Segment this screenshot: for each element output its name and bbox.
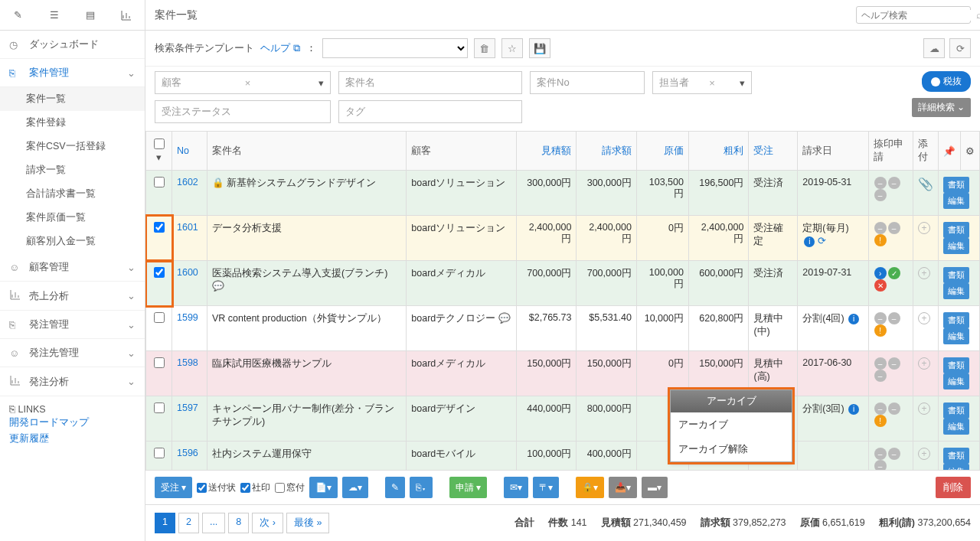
doc-button[interactable]: 書類 <box>943 177 969 193</box>
tax-toggle[interactable]: 税抜 <box>922 71 971 92</box>
row-attach[interactable]: 📎 <box>913 171 939 216</box>
row-checkbox[interactable] <box>146 442 172 471</box>
template-select[interactable] <box>322 38 468 58</box>
nav-cases[interactable]: ⎘ 案件管理 ⌄ <box>0 59 145 87</box>
col-estimate[interactable]: 見積額 <box>516 132 576 171</box>
row-name[interactable]: VR content production（外貨サンプル） <box>207 306 407 351</box>
doc-dropdown-button[interactable]: 📄▾ <box>309 477 338 498</box>
chart-icon[interactable] <box>109 0 145 30</box>
page-button[interactable]: 最後 » <box>286 513 329 533</box>
edit-button[interactable]: 編集 <box>943 193 969 209</box>
row-attach[interactable]: + <box>913 216 939 261</box>
row-checkbox[interactable] <box>146 261 172 306</box>
col-pin[interactable]: 📌 <box>939 132 961 171</box>
edit-button[interactable]: 編集 <box>943 328 969 344</box>
nav-vendor[interactable]: ☺発注先管理⌄ <box>0 339 145 367</box>
sub-item[interactable]: 案件一覧 <box>0 87 145 111</box>
edit-button[interactable]: 編集 <box>943 238 969 254</box>
row-no[interactable]: 1596 <box>172 442 207 471</box>
row-no[interactable]: 1597 <box>172 396 207 442</box>
col-gross[interactable]: 粗利 <box>688 132 748 171</box>
detail-search-button[interactable]: 詳細検索 ⌄ <box>912 98 971 117</box>
sub-item[interactable]: 合計請求書一覧 <box>0 182 145 206</box>
page-button[interactable]: 8 <box>228 513 249 533</box>
info-icon[interactable]: i <box>848 404 859 415</box>
refresh-button[interactable]: ⟳ <box>949 38 971 58</box>
sub-item[interactable]: 案件登録 <box>0 111 145 135</box>
lock-button[interactable]: 🔒▾ <box>576 477 604 498</box>
window-checkbox[interactable]: 窓付 <box>275 481 305 494</box>
doc-button[interactable]: 書類 <box>943 222 969 238</box>
doc-button[interactable]: 書類 <box>943 312 969 328</box>
help-link[interactable]: ヘルプ ⧉ <box>260 41 300 55</box>
nav-customers[interactable]: ☺顧客管理⌄ <box>0 253 145 282</box>
send-checkbox[interactable]: 送付状 <box>197 481 236 494</box>
row-no[interactable]: 1600 <box>172 261 207 306</box>
status-filter[interactable]: 受注ステータス <box>155 100 331 123</box>
clear-icon[interactable]: × <box>245 77 251 89</box>
clip-icon[interactable]: 📎 <box>918 178 933 191</box>
clear-icon[interactable]: × <box>709 77 715 89</box>
row-checkbox[interactable] <box>146 171 172 216</box>
filter-dropdown-button[interactable]: 〒▾ <box>533 477 559 498</box>
more-button[interactable]: ▬▾ <box>642 477 668 498</box>
col-order[interactable]: 受注 <box>749 132 798 171</box>
doc-button[interactable]: 書類 <box>943 357 969 373</box>
seal-checkbox[interactable]: 社印 <box>240 481 270 494</box>
order-button[interactable]: 受注 ▾ <box>155 477 192 498</box>
col-no[interactable]: No <box>172 132 207 171</box>
save-template-button[interactable]: 💾 <box>529 38 550 58</box>
row-name[interactable]: キャンペーン用バナー制作(差分・ブランチサンプル) <box>207 396 407 442</box>
page-button[interactable]: 1 <box>155 513 175 533</box>
row-name[interactable]: 医薬品検索システム導入支援(ブランチ) 💬 <box>207 261 407 306</box>
edit-button[interactable]: 編集 <box>943 464 969 470</box>
row-no[interactable]: 1601 <box>172 216 207 261</box>
doc-icon[interactable]: ▤ <box>73 0 109 30</box>
no-filter[interactable]: 案件No <box>530 71 645 94</box>
nav-dashboard[interactable]: ◷ ダッシュボード <box>0 31 145 59</box>
link-history[interactable]: 更新履歴 <box>9 431 136 447</box>
row-checkbox[interactable] <box>146 216 172 261</box>
nav-sales[interactable]: 売上分析⌄ <box>0 282 145 311</box>
row-name[interactable]: データ分析支援 <box>207 216 407 261</box>
delete-template-button[interactable]: 🗑 <box>474 38 495 58</box>
add-attach-icon[interactable]: + <box>918 222 930 234</box>
col-settings[interactable]: ⚙ <box>961 132 980 171</box>
edit-button[interactable]: ✎ <box>385 477 405 498</box>
list-icon[interactable]: ☰ <box>36 0 72 30</box>
help-search[interactable]: ⌕ <box>856 6 971 24</box>
page-button[interactable]: 2 <box>178 513 199 533</box>
row-name[interactable]: 🔒 新基幹システムグランドデザイン <box>207 171 407 216</box>
apply-button[interactable]: 申請▾ <box>449 477 487 498</box>
col-bill[interactable]: 請求額 <box>577 132 636 171</box>
col-seal[interactable]: 捺印申請 <box>868 132 913 171</box>
page-button[interactable]: 次 › <box>252 513 283 533</box>
add-attach-icon[interactable]: + <box>918 448 930 460</box>
row-attach[interactable]: + <box>913 351 939 396</box>
cloud-download-button[interactable]: ☁ <box>923 38 945 58</box>
col-billdate[interactable]: 請求日 <box>798 132 868 171</box>
archive-option[interactable]: アーカイブ <box>671 412 792 437</box>
mail-button[interactable]: ✉▾ <box>504 477 528 498</box>
edit-button[interactable]: 編集 <box>943 419 969 435</box>
add-attach-icon[interactable]: + <box>918 402 930 415</box>
sub-item[interactable]: 案件CSV一括登録 <box>0 135 145 158</box>
add-attach-icon[interactable]: + <box>918 312 930 324</box>
doc-button[interactable]: 書類 <box>943 267 969 283</box>
add-attach-icon[interactable]: + <box>918 267 930 279</box>
row-checkbox[interactable] <box>146 351 172 396</box>
col-customer[interactable]: 顧客 <box>407 132 517 171</box>
row-attach[interactable]: + <box>913 261 939 306</box>
info-icon[interactable]: i <box>804 236 815 247</box>
add-attach-icon[interactable]: + <box>918 357 930 370</box>
doc-button[interactable]: 書類 <box>943 448 969 464</box>
info-icon[interactable]: i <box>848 314 859 324</box>
nav-order-analysis[interactable]: 発注分析⌄ <box>0 367 145 396</box>
page-button[interactable]: ... <box>202 513 225 533</box>
sub-item[interactable]: 請求一覧 <box>0 158 145 182</box>
col-checkbox[interactable]: ▾ <box>146 132 172 171</box>
sub-item[interactable]: 顧客別入金一覧 <box>0 230 145 253</box>
row-no[interactable]: 1598 <box>172 351 207 396</box>
star-button[interactable]: ☆ <box>501 38 523 58</box>
row-attach[interactable]: + <box>913 396 939 442</box>
